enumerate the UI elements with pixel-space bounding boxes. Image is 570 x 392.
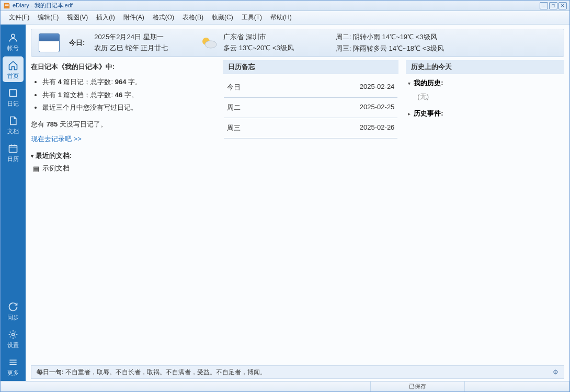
forecast-day1: 周二: 阴转小雨 14℃~19℃ <3级风 <box>336 31 444 43</box>
chevron-down-icon: ▾ <box>31 153 33 159</box>
memo-day: 周二 <box>227 103 241 112</box>
chevron-down-icon: ▾ <box>408 80 411 86</box>
sidebar-label: 更多 <box>7 369 19 377</box>
app-icon <box>3 2 10 9</box>
memo-row[interactable]: 今日 2025-02-24 <box>224 77 397 98</box>
weather-location: 广东省 深圳市 <box>223 32 294 43</box>
summary-item: 最近三个月中您没有写过日记。 <box>42 101 215 114</box>
home-icon <box>7 60 19 71</box>
sidebar-item-diary[interactable]: 日记 <box>3 84 24 110</box>
menu-table[interactable]: 表格(B) <box>178 11 208 24</box>
menu-file[interactable]: 文件(F) <box>5 11 33 24</box>
forecast-block: 周二: 阴转小雨 14℃~19℃ <3级风 周三: 阵雨转多云 14℃~18℃ … <box>336 31 444 54</box>
weather-today: 多云 13℃~20℃ <3级风 <box>223 43 294 54</box>
minimize-button[interactable]: ‒ <box>540 2 548 9</box>
calendar-icon <box>7 143 19 154</box>
sidebar-label: 日记 <box>7 100 19 108</box>
memo-row[interactable]: 周二 2025-02-25 <box>224 98 397 118</box>
memo-date: 2025-02-26 <box>360 123 395 133</box>
memo-panel: 日历备忘 今日 2025-02-24 周二 2025-02-25 周三 2025… <box>223 60 398 361</box>
status-saved: 已保存 <box>371 382 465 391</box>
menu-fav[interactable]: 收藏(C) <box>208 11 237 24</box>
sidebar: 帐号 首页 日记 文档 日历 同步 设置 更多 <box>1 25 26 381</box>
svg-point-4 <box>205 41 216 48</box>
today-label: 今日: <box>69 38 85 48</box>
sidebar-item-docs[interactable]: 文档 <box>3 112 24 137</box>
quote-label: 每日一句: <box>37 368 64 376</box>
menu-insert[interactable]: 插入(I) <box>92 11 119 24</box>
memo-title: 日历备忘 <box>223 60 398 74</box>
chevron-right-icon: ▸ <box>408 111 411 117</box>
write-now-link[interactable]: 现在去记录吧 >> <box>31 134 215 144</box>
recent-docs-heading[interactable]: ▾ 最近的文档: <box>31 151 215 160</box>
sync-icon <box>7 301 19 313</box>
weather-icon <box>199 35 218 51</box>
summary-list: 共有 4 篇日记；总字数: 964 字。 共有 1 篇文档；总字数: 46 字。… <box>31 76 215 114</box>
sidebar-label: 同步 <box>7 314 19 321</box>
content-area: 今日: 2025年2月24日 星期一 农历 乙巳 蛇年 正月廿七 广东省 深圳市… <box>26 25 569 381</box>
summary-heading: 在日记本《我的日记本》中: <box>31 62 215 72</box>
menu-tools[interactable]: 工具(T) <box>237 11 266 24</box>
menu-attach[interactable]: 附件(A) <box>119 11 149 24</box>
history-title: 历史上的今天 <box>406 60 564 74</box>
sidebar-label: 设置 <box>7 341 19 349</box>
menu-format[interactable]: 格式(O) <box>149 11 178 24</box>
memo-row[interactable]: 周三 2025-02-26 <box>224 118 397 139</box>
svg-point-2 <box>12 333 15 336</box>
history-none: (无) <box>408 92 562 101</box>
sidebar-item-sync[interactable]: 同步 <box>3 298 24 324</box>
menu-help[interactable]: 帮助(H) <box>266 11 296 24</box>
user-icon <box>7 32 19 43</box>
summary-item: 共有 1 篇文档；总字数: 46 字。 <box>42 89 215 102</box>
menu-icon <box>7 356 19 368</box>
menu-view[interactable]: 视图(V) <box>63 11 92 24</box>
summary-item: 共有 4 篇日记；总字数: 964 字。 <box>42 76 215 89</box>
memo-date: 2025-02-24 <box>360 83 395 92</box>
daily-quote-bar: 每日一句: 不自重者，取辱。不自长者，取祸。不自满者，受益。不自足者，博闻。 ⚙ <box>31 365 564 379</box>
my-history-toggle[interactable]: ▾ 我的历史: <box>408 78 562 88</box>
sidebar-label: 文档 <box>7 128 19 135</box>
sidebar-item-home[interactable]: 首页 <box>3 56 24 82</box>
title-bar: eDiary - 我的日记本.edf ‒ □ ✕ <box>1 1 569 11</box>
idle-note: 您有 785 天没写日记了。 <box>31 120 215 129</box>
sidebar-label: 帐号 <box>7 44 19 52</box>
sidebar-item-account[interactable]: 帐号 <box>3 29 24 54</box>
status-bar: 已保存 <box>1 381 569 391</box>
doc-icon: ▤ <box>33 165 39 172</box>
date-block: 2025年2月24日 星期一 农历 乙巳 蛇年 正月廿七 <box>94 32 168 54</box>
sidebar-item-calendar[interactable]: 日历 <box>3 140 24 165</box>
window-controls: ‒ □ ✕ <box>540 2 567 9</box>
doc-icon <box>7 115 19 126</box>
weather-block: 广东省 深圳市 多云 13℃~20℃ <3级风 <box>223 32 294 54</box>
memo-date: 2025-02-25 <box>360 103 395 112</box>
date-lunar: 农历 乙巳 蛇年 正月廿七 <box>94 43 168 54</box>
svg-rect-1 <box>9 145 17 152</box>
recent-doc-item[interactable]: ▤ 示例文档 <box>31 164 215 173</box>
memo-day: 周三 <box>227 123 241 133</box>
memo-day: 今日 <box>227 83 241 92</box>
svg-point-0 <box>12 34 15 38</box>
sidebar-item-settings[interactable]: 设置 <box>3 326 24 351</box>
history-panel: 历史上的今天 ▾ 我的历史: (无) ▸ 历史事件: <box>406 60 564 361</box>
history-events-toggle[interactable]: ▸ 历史事件: <box>408 109 562 118</box>
date-gregorian: 2025年2月24日 星期一 <box>94 32 168 43</box>
maximize-button[interactable]: □ <box>549 2 557 9</box>
close-button[interactable]: ✕ <box>558 2 567 9</box>
quote-text: 不自重者，取辱。不自长者，取祸。不自满者，受益。不自足者，博闻。 <box>65 368 266 376</box>
today-banner: 今日: 2025年2月24日 星期一 农历 乙巳 蛇年 正月廿七 广东省 深圳市… <box>31 29 564 57</box>
sidebar-item-more[interactable]: 更多 <box>3 353 24 379</box>
calendar-widget-icon <box>39 33 60 52</box>
forecast-day2: 周三: 阵雨转多云 14℃~18℃ <3级风 <box>336 43 444 54</box>
sidebar-label: 日历 <box>7 155 19 163</box>
menu-bar: 文件(F) 编辑(E) 视图(V) 插入(I) 附件(A) 格式(O) 表格(B… <box>1 11 569 25</box>
sidebar-label: 首页 <box>7 72 19 80</box>
summary-panel: 在日记本《我的日记本》中: 共有 4 篇日记；总字数: 964 字。 共有 1 … <box>31 60 215 361</box>
gear-icon <box>7 329 19 340</box>
book-icon <box>7 87 19 99</box>
menu-edit[interactable]: 编辑(E) <box>33 11 63 24</box>
window-title: eDiary - 我的日记本.edf <box>13 2 540 9</box>
quote-settings-icon[interactable]: ⚙ <box>553 368 558 376</box>
